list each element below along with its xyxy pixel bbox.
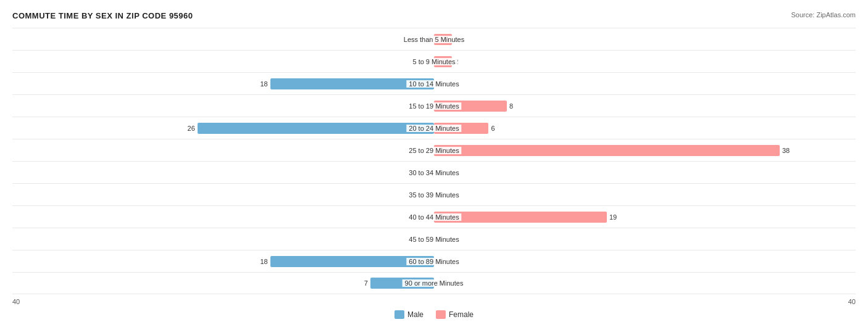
female-value: 2: [454, 58, 458, 65]
male-bar: [198, 123, 434, 134]
legend-male: Male: [394, 310, 424, 319]
table-row: 025 to 9 Minutes: [12, 50, 856, 72]
legend: Male Female: [12, 310, 856, 319]
female-value: 0: [436, 258, 440, 265]
male-value: 0: [428, 213, 432, 221]
table-row: 0035 to 39 Minutes: [12, 183, 856, 205]
table-row: 0045 to 59 Minutes: [12, 228, 856, 250]
female-value: 0: [436, 236, 440, 243]
male-value: 0: [428, 102, 432, 110]
female-bar: [434, 34, 452, 45]
male-bar: [270, 78, 434, 89]
source-label: Source: ZipAtlas.com: [791, 11, 856, 19]
male-value: 18: [261, 258, 268, 265]
female-bar: [434, 123, 488, 134]
female-swatch: [436, 310, 446, 319]
table-row: 03825 to 29 Minutes: [12, 139, 856, 161]
male-label: Male: [407, 310, 424, 319]
female-label: Female: [449, 310, 474, 319]
table-row: 7090 or more Minutes: [12, 272, 856, 294]
male-value: 0: [428, 58, 432, 65]
table-row: 26620 to 24 Minutes: [12, 117, 856, 139]
female-value: 0: [436, 191, 440, 199]
row-label: 45 to 59 Minutes: [406, 236, 461, 243]
male-value: 0: [428, 169, 432, 176]
male-value: 0: [428, 36, 432, 43]
axis-left: 40: [12, 298, 20, 305]
table-row: 18060 to 89 Minutes: [12, 250, 856, 272]
chart-title: COMMUTE TIME BY SEX IN ZIP CODE 95960: [12, 11, 856, 20]
female-value: 0: [436, 80, 440, 88]
table-row: 02Less than 5 Minutes: [12, 28, 856, 50]
row-label: 35 to 39 Minutes: [406, 191, 461, 199]
axis-labels: 40 40: [12, 298, 856, 305]
male-bar: [270, 256, 434, 267]
male-bar: [370, 278, 434, 289]
table-row: 0030 to 34 Minutes: [12, 161, 856, 183]
male-swatch: [394, 310, 404, 319]
female-bar: [434, 212, 607, 223]
male-value: 0: [428, 236, 432, 243]
female-bar: [434, 101, 507, 112]
female-value: 38: [782, 147, 790, 154]
male-value: 0: [428, 191, 432, 199]
male-value: 26: [188, 125, 195, 132]
female-value: 0: [436, 279, 440, 287]
chart-container: COMMUTE TIME BY SEX IN ZIP CODE 95960 So…: [0, 0, 868, 322]
legend-female: Female: [436, 310, 474, 319]
female-value: 6: [491, 125, 495, 132]
table-row: 01940 to 44 Minutes: [12, 205, 856, 228]
female-value: 19: [609, 213, 617, 221]
male-value: 18: [261, 80, 268, 88]
table-row: 0815 to 19 Minutes: [12, 94, 856, 117]
table-row: 18010 to 14 Minutes: [12, 72, 856, 94]
chart-area: 02Less than 5 Minutes025 to 9 Minutes180…: [12, 28, 856, 294]
axis-right: 40: [848, 298, 856, 305]
female-value: 2: [454, 36, 458, 43]
female-bar: [434, 145, 780, 156]
female-value: 0: [436, 169, 440, 176]
male-value: 7: [364, 279, 368, 287]
row-label: 30 to 34 Minutes: [406, 169, 461, 176]
male-value: 0: [428, 147, 432, 154]
female-value: 8: [509, 102, 513, 110]
female-bar: [434, 56, 452, 67]
